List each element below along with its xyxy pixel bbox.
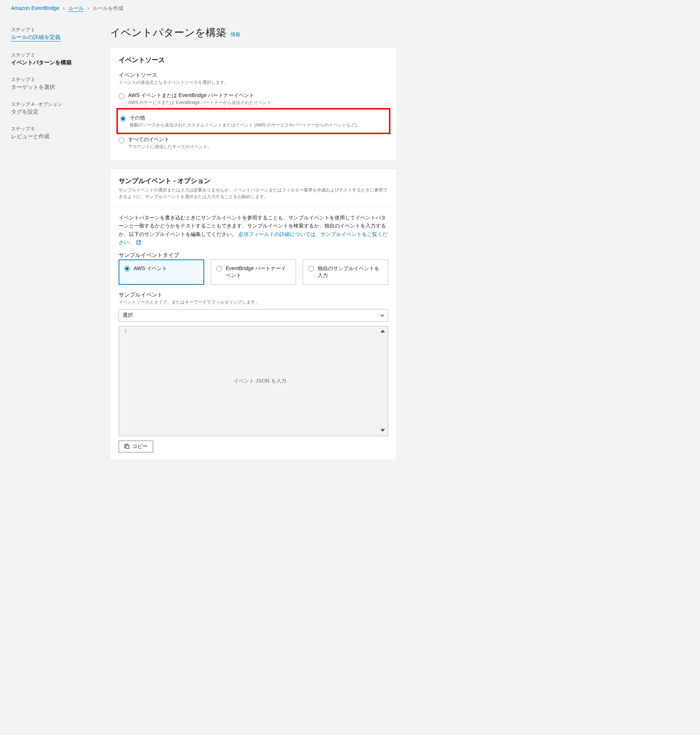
radio-input[interactable] [119, 137, 125, 143]
tile-label: AWS イベント [134, 265, 167, 272]
editor-placeholder: イベント JSON を入力 [234, 378, 286, 384]
body-text: イベントパターンを書き込むときにサンプルイベントを参照することも、サンプルイベン… [119, 214, 388, 247]
tile-custom-event[interactable]: 独自のサンプルイベントを入力 [303, 259, 388, 285]
divider [110, 206, 396, 207]
step-select-target: ターゲットを選択 [11, 84, 96, 91]
radio-title: その他 [129, 115, 386, 121]
radio-aws-partner[interactable]: AWS イベントまたは EventBridge パートナーイベント AWS のサ… [119, 89, 388, 109]
panel-title: イベントソース [119, 56, 388, 64]
scroll-down-icon[interactable] [380, 428, 385, 434]
step-label: ステップ 5 [11, 126, 96, 132]
panel-title: サンプルイベント - オプション [119, 177, 388, 185]
svg-rect-0 [126, 445, 129, 448]
step-label: ステップ 3 [11, 77, 96, 83]
copy-icon [124, 443, 129, 449]
step-build-pattern: イベントパターンを構築 [11, 59, 96, 66]
radio-input[interactable] [216, 266, 222, 272]
field-label: サンプルイベント [119, 292, 388, 298]
chevron-right-icon: › [87, 5, 89, 11]
breadcrumb: Amazon EventBridge › ルール › ルールを作成 [0, 0, 700, 12]
radio-desc: 複数のソースから送信されたカスタムイベントまたはイベント (AWS のサービスや… [129, 122, 386, 128]
highlight-annotation: その他 複数のソースから送信されたカスタムイベントまたはイベント (AWS のサ… [116, 108, 390, 134]
radio-input[interactable] [124, 266, 130, 272]
sample-event-select[interactable]: 選択 [119, 309, 388, 321]
radio-input[interactable] [120, 116, 126, 122]
breadcrumb-rules[interactable]: ルール [68, 5, 84, 12]
breadcrumb-current: ルールを作成 [93, 5, 124, 11]
copy-button[interactable]: コピー [119, 440, 153, 452]
field-label: サンプルイベントタイプ [119, 252, 388, 259]
step-label: ステップ 4 - オプション [11, 101, 96, 108]
info-link[interactable]: 情報 [231, 32, 240, 37]
breadcrumb-root[interactable]: Amazon EventBridge [11, 5, 59, 11]
radio-desc: AWS のサービスまたは EventBridge パートナーから送信されたイベン… [128, 100, 388, 106]
field-hint: イベントの送信元となるイベントソースを選択します。 [119, 80, 388, 85]
scroll-up-icon[interactable] [380, 328, 385, 334]
step-define-rule[interactable]: ルールの詳細を定義 [11, 34, 60, 41]
step-label: ステップ 1 [11, 27, 96, 33]
page-title: イベントパターンを構築 情報 [110, 26, 397, 40]
field-label: イベントソース [119, 72, 388, 79]
radio-all-events[interactable]: すべてのイベント アカウントに送信したすべてのイベント。 [119, 133, 388, 153]
tile-label: EventBridge パートナーイベント [226, 265, 291, 279]
external-link-icon [136, 239, 141, 247]
radio-title: すべてのイベント [128, 136, 388, 143]
step-label: ステップ 2 [11, 52, 96, 59]
editor-gutter: 1 [119, 326, 132, 436]
json-editor[interactable]: 1 イベント JSON を入力 [119, 326, 388, 436]
wizard-steps: ステップ 1 ルールの詳細を定義 ステップ 2 イベントパターンを構築 ステップ… [11, 19, 96, 468]
radio-title: AWS イベントまたは EventBridge パートナーイベント [128, 92, 388, 99]
radio-input[interactable] [119, 93, 125, 99]
step-review-create: レビューと作成 [11, 133, 96, 140]
radio-input[interactable] [308, 266, 314, 272]
step-configure-tags: タグを設定 [11, 108, 96, 115]
sample-event-panel: サンプルイベント - オプション サンプルイベントの選択または入力は必要ありませ… [110, 169, 397, 460]
copy-label: コピー [132, 443, 148, 450]
radio-other[interactable]: その他 複数のソースから送信されたカスタムイベントまたはイベント (AWS のサ… [120, 112, 386, 131]
tile-label: 独自のサンプルイベントを入力 [318, 265, 383, 279]
chevron-right-icon: › [63, 5, 65, 11]
radio-desc: アカウントに送信したすべてのイベント。 [128, 144, 388, 150]
panel-desc: サンプルイベントの選択または入力は必要ありませんが、イベントパターンまたはフィル… [119, 187, 388, 200]
tile-aws-events[interactable]: AWS イベント [119, 259, 204, 285]
field-hint: イベントソースとタイプ、またはキーワードでフィルタリングします。 [119, 299, 388, 305]
tile-partner-events[interactable]: EventBridge パートナーイベント [211, 259, 296, 285]
event-source-panel: イベントソース イベントソース イベントの送信元となるイベントソースを選択します… [110, 48, 397, 161]
